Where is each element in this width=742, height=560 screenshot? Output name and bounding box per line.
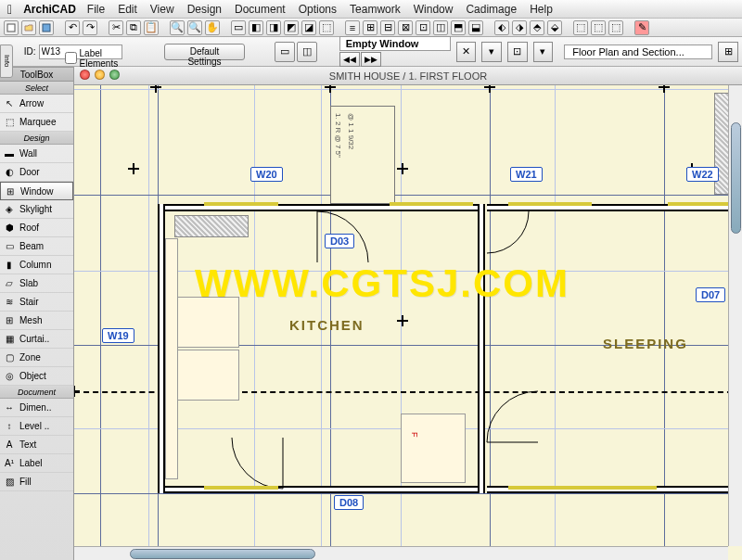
anchor-d-icon[interactable]: ▾ [533, 42, 554, 62]
tool-door[interactable]: ◐Door [0, 163, 73, 182]
prev-item-icon[interactable]: ◀◀ [339, 52, 360, 67]
zoom-window-icon[interactable] [109, 70, 120, 80]
highlight-icon[interactable]: ✎ [634, 20, 649, 35]
tool-text[interactable]: AText [0, 436, 73, 454]
tool-object[interactable]: ◎Object [0, 367, 73, 386]
window-type-label[interactable]: Empty Window [339, 36, 451, 51]
next-item-icon[interactable]: ▶▶ [361, 52, 381, 67]
tool-label: Stair [19, 297, 39, 307]
tool-c-icon[interactable]: ◨ [266, 20, 281, 35]
tool-window[interactable]: ⊞Window [0, 182, 73, 200]
tool-b-icon[interactable]: ◧ [249, 20, 263, 35]
tool-f-icon[interactable]: ⬚ [319, 20, 334, 35]
tool-fill[interactable]: ▨Fill [0, 473, 73, 491]
gridline [74, 195, 742, 196]
tool-curtain[interactable]: ▦Curtai.. [0, 330, 73, 349]
tool-dimension[interactable]: ↔Dimen.. [0, 399, 73, 417]
tool-wall[interactable]: ▬Wall [0, 145, 73, 163]
menu-edit[interactable]: Edit [118, 3, 137, 16]
tool-zone[interactable]: ▢Zone [0, 349, 73, 367]
anchor-b-icon[interactable]: ▾ [481, 42, 502, 62]
tag-w22[interactable]: W22 [686, 167, 719, 182]
grid-marker [484, 85, 495, 93]
align-h-icon[interactable]: ⬓ [468, 20, 483, 35]
tag-d03[interactable]: D03 [325, 234, 354, 248]
align-f-icon[interactable]: ◫ [433, 20, 448, 35]
app-name[interactable]: ArchiCAD [23, 3, 76, 16]
tool-arrow[interactable]: ↖Arrow [0, 95, 73, 113]
align-e-icon[interactable]: ⊡ [416, 20, 430, 35]
trace-a-icon[interactable]: ⬚ [573, 20, 588, 35]
geometry-b-icon[interactable]: ◫ [297, 42, 317, 62]
align-g-icon[interactable]: ⬒ [451, 20, 466, 35]
tool-roof[interactable]: ⬢Roof [0, 219, 73, 237]
close-window-icon[interactable] [80, 70, 90, 80]
menu-help[interactable]: Help [530, 3, 553, 16]
tool-mesh[interactable]: ⊞Mesh [0, 312, 73, 330]
cut-icon[interactable]: ✂ [109, 20, 123, 35]
tag-d08[interactable]: D08 [334, 495, 364, 510]
align-d-icon[interactable]: ⊠ [398, 20, 413, 35]
tool-column[interactable]: ▮Column [0, 256, 73, 274]
view-b-icon[interactable]: ⬗ [512, 20, 527, 35]
tool-a-icon[interactable]: ▭ [231, 20, 246, 35]
tag-d07[interactable]: D07 [696, 287, 725, 302]
trace-b-icon[interactable]: ⬚ [591, 20, 606, 35]
menu-document[interactable]: Document [235, 3, 286, 16]
tool-label[interactable]: A¹Label [0, 454, 73, 473]
align-b-icon[interactable]: ⊞ [363, 20, 377, 35]
menu-view[interactable]: View [150, 3, 174, 16]
zoom-out-icon[interactable]: 🔍 [187, 20, 202, 35]
tool-beam[interactable]: ▭Beam [0, 237, 73, 256]
menu-options[interactable]: Options [299, 3, 337, 16]
navigator-dropdown[interactable]: Floor Plan and Section... [564, 45, 712, 59]
tool-level[interactable]: ↕Level .. [0, 417, 73, 436]
paste-icon[interactable]: 📋 [144, 20, 159, 35]
menu-file[interactable]: File [87, 3, 105, 16]
redo-icon[interactable]: ↷ [83, 20, 97, 35]
tool-skylight[interactable]: ◈Skylight [0, 200, 73, 219]
view-a-icon[interactable]: ⬖ [494, 20, 509, 35]
tool-marquee[interactable]: ⬚Marquee [0, 113, 73, 132]
menu-cadimage[interactable]: Cadimage [466, 3, 517, 16]
label-elements-checkbox[interactable] [65, 52, 77, 64]
info-tab-label: Info [3, 55, 11, 67]
tag-w21[interactable]: W21 [510, 167, 543, 182]
horizontal-scrollbar[interactable] [74, 546, 728, 560]
save-icon[interactable] [39, 20, 54, 35]
floorplan-canvas[interactable]: 1. 2 R @ 7 5" @ 1 1 9/32 F [74, 85, 742, 560]
trace-c-icon[interactable]: ⬚ [608, 20, 623, 35]
view-c-icon[interactable]: ⬘ [530, 20, 544, 35]
apple-menu-icon[interactable]:  [7, 2, 12, 17]
tool-slab[interactable]: ▱Slab [0, 274, 73, 293]
anchor-c-icon[interactable]: ⊡ [507, 42, 528, 62]
tool-stair[interactable]: ≋Stair [0, 293, 73, 312]
info-tab[interactable]: Info [0, 45, 13, 78]
menu-window[interactable]: Window [414, 3, 454, 16]
id-label: ID: [24, 46, 36, 57]
undo-icon[interactable]: ↶ [65, 20, 80, 35]
drawing-window-titlebar[interactable]: SMITH HOUSE / 1. FIRST FLOOR [74, 67, 742, 85]
new-icon[interactable] [4, 20, 19, 35]
tool-label: Fill [19, 477, 32, 487]
open-icon[interactable] [21, 20, 36, 35]
tag-w19[interactable]: W19 [102, 328, 134, 343]
copy-icon[interactable]: ⧉ [126, 20, 141, 35]
minimize-window-icon[interactable] [95, 70, 105, 80]
tool-d-icon[interactable]: ◩ [284, 20, 299, 35]
column-icon: ▮ [3, 259, 16, 272]
align-a-icon[interactable]: ≡ [345, 20, 360, 35]
menu-design[interactable]: Design [187, 3, 222, 16]
view-d-icon[interactable]: ⬙ [547, 20, 562, 35]
tag-w20[interactable]: W20 [250, 167, 283, 182]
align-c-icon[interactable]: ⊟ [380, 20, 395, 35]
navigator-settings-icon[interactable]: ⊞ [718, 42, 738, 62]
zoom-in-icon[interactable]: 🔍 [170, 20, 185, 35]
geometry-a-icon[interactable]: ▭ [275, 42, 295, 62]
menu-teamwork[interactable]: Teamwork [350, 3, 401, 16]
pan-icon[interactable]: ✋ [205, 20, 220, 35]
vertical-scrollbar[interactable] [728, 85, 742, 546]
default-settings-button[interactable]: Default Settings [164, 44, 245, 60]
tool-e-icon[interactable]: ◪ [301, 20, 316, 35]
anchor-a-icon[interactable]: ✕ [456, 42, 477, 62]
